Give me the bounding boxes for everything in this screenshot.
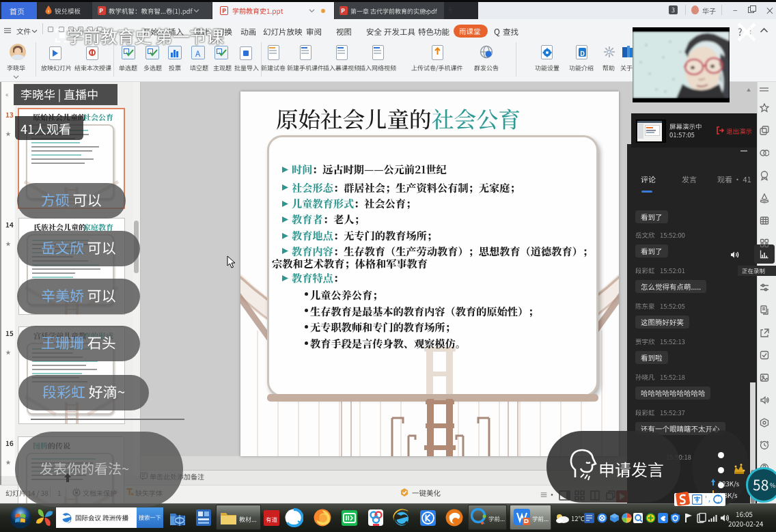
svg-text:?: ? bbox=[608, 49, 611, 55]
